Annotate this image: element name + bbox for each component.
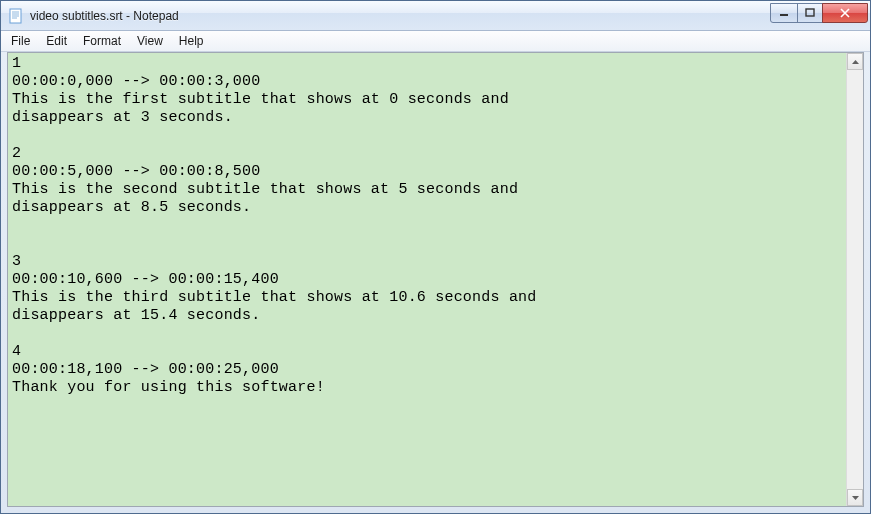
menubar: File Edit Format View Help [1,31,870,52]
svg-rect-5 [780,14,788,16]
maximize-button[interactable] [797,3,823,23]
menu-edit[interactable]: Edit [38,31,75,51]
window-controls [771,3,868,23]
menu-view[interactable]: View [129,31,171,51]
minimize-button[interactable] [770,3,798,23]
menu-file[interactable]: File [3,31,38,51]
notepad-icon [8,8,24,24]
scroll-track[interactable] [847,70,863,489]
scroll-down-button[interactable] [847,489,863,506]
svg-rect-6 [806,9,814,16]
close-button[interactable] [822,3,868,23]
vertical-scrollbar[interactable] [846,53,863,506]
titlebar[interactable]: video subtitles.srt - Notepad [1,1,870,31]
notepad-window: video subtitles.srt - Notepad File Edit … [0,0,871,514]
scroll-up-button[interactable] [847,53,863,70]
text-editor[interactable]: 1 00:00:0,000 --> 00:00:3,000 This is th… [8,53,846,506]
menu-help[interactable]: Help [171,31,212,51]
client-area: 1 00:00:0,000 --> 00:00:3,000 This is th… [7,52,864,507]
menu-format[interactable]: Format [75,31,129,51]
window-title: video subtitles.srt - Notepad [30,9,771,23]
